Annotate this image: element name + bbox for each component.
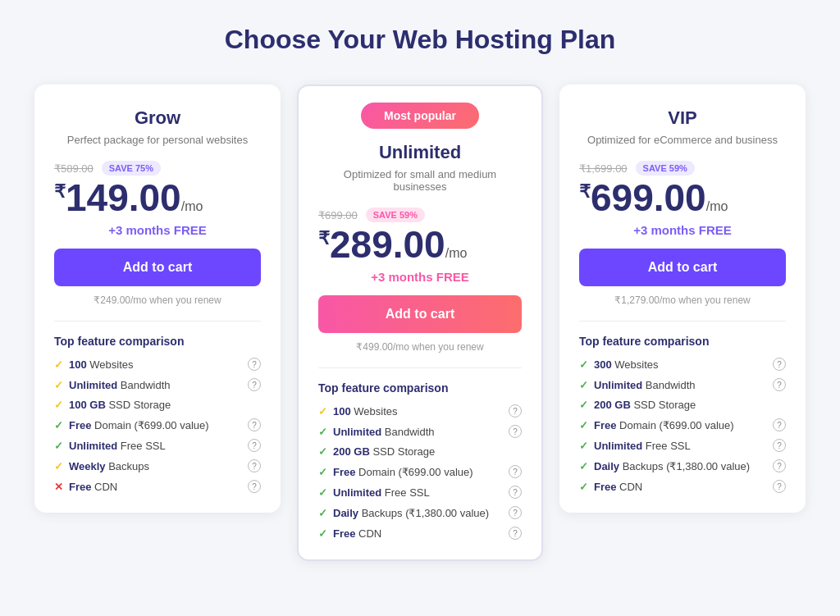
feature-item: ✓ Unlimited Bandwidth ? xyxy=(318,425,522,438)
check-icon: ✓ xyxy=(579,460,588,472)
feature-item: ✓ Unlimited Free SSL ? xyxy=(579,439,786,452)
feature-text: 200 GB SSD Storage xyxy=(333,445,435,458)
price-row-unlimited: ₹699.00 SAVE 59% xyxy=(318,208,522,222)
help-icon[interactable]: ? xyxy=(509,425,522,438)
feature-bold: 100 GB xyxy=(69,399,106,411)
feature-text: Free CDN xyxy=(594,481,642,493)
help-icon[interactable]: ? xyxy=(773,439,786,452)
help-icon[interactable]: ? xyxy=(248,459,261,472)
add-to-cart-button-grow[interactable]: Add to cart xyxy=(54,249,261,286)
feature-item: ✓ Free CDN ? xyxy=(579,480,786,493)
feature-text: Free Domain (₹699.00 value) xyxy=(594,419,734,431)
period: /mo xyxy=(181,199,203,213)
feature-bold: 100 xyxy=(333,405,351,418)
feature-text: 100 Websites xyxy=(69,358,134,371)
feature-text: 100 Websites xyxy=(333,405,398,418)
feature-left: ✓ Weekly Backups xyxy=(54,460,149,472)
feature-text: Unlimited Free SSL xyxy=(69,440,166,452)
feature-text: Daily Backups (₹1,380.00 value) xyxy=(333,507,489,519)
feature-item: ✓ 100 Websites ? xyxy=(54,358,261,371)
popular-badge: Most popular xyxy=(361,103,479,129)
help-icon[interactable]: ? xyxy=(773,459,786,472)
feature-item: ✓ Unlimited Bandwidth ? xyxy=(54,378,261,391)
check-icon: ✓ xyxy=(54,440,63,452)
plan-desc-unlimited: Optimized for small and medium businesse… xyxy=(318,168,522,193)
feature-bold: 200 GB xyxy=(333,445,370,458)
help-icon[interactable]: ? xyxy=(509,527,522,540)
feature-item: ✓ 100 GB SSD Storage xyxy=(54,399,261,411)
add-to-cart-button-unlimited[interactable]: Add to cart xyxy=(318,295,522,333)
feature-left: ✓ Unlimited Free SSL xyxy=(54,440,166,452)
feature-left: ✓ Free Domain (₹699.00 value) xyxy=(579,419,734,431)
check-icon: ✓ xyxy=(54,358,63,371)
feature-bold: Free xyxy=(69,419,91,431)
add-to-cart-button-vip[interactable]: Add to cart xyxy=(579,249,786,286)
help-icon[interactable]: ? xyxy=(773,418,786,431)
help-icon[interactable]: ? xyxy=(509,506,522,519)
divider xyxy=(318,367,522,368)
feature-text: Unlimited Bandwidth xyxy=(69,379,171,391)
feature-bold: 300 xyxy=(594,358,612,371)
main-price-vip: ₹699.00/mo xyxy=(579,179,786,217)
feature-left: ✓ Unlimited Bandwidth xyxy=(54,379,171,391)
save-badge-unlimited: SAVE 59% xyxy=(366,208,425,222)
price-row-grow: ₹589.00 SAVE 75% xyxy=(54,161,261,176)
check-icon: ✓ xyxy=(318,466,327,478)
feature-list-grow: ✓ 100 Websites ? ✓ Unlimited Bandwidth ?… xyxy=(54,358,261,493)
help-icon[interactable]: ? xyxy=(248,439,261,452)
feature-bold: Free xyxy=(333,527,355,540)
help-icon[interactable]: ? xyxy=(509,465,522,478)
plan-desc-grow: Perfect package for personal websites xyxy=(54,134,261,146)
feature-left: ✓ 200 GB SSD Storage xyxy=(579,399,696,411)
feature-item: ✓ Free Domain (₹699.00 value) ? xyxy=(318,465,522,478)
feature-list-unlimited: ✓ 100 Websites ? ✓ Unlimited Bandwidth ?… xyxy=(318,404,522,540)
plan-name-unlimited: Unlimited xyxy=(318,142,522,163)
check-icon: ✓ xyxy=(54,379,63,391)
help-icon[interactable]: ? xyxy=(248,418,261,431)
feature-bold: Unlimited xyxy=(594,379,642,391)
help-icon[interactable]: ? xyxy=(248,358,261,371)
help-icon[interactable]: ? xyxy=(509,486,522,499)
main-price-unlimited: ₹289.00/mo xyxy=(318,226,522,263)
feature-bold: 100 xyxy=(69,358,87,371)
feature-bold: Unlimited xyxy=(333,426,381,438)
plan-card-unlimited: Most popular UnlimitedOptimized for smal… xyxy=(297,84,543,561)
feature-text: Unlimited Free SSL xyxy=(594,440,691,452)
feature-left: ✕ Free CDN xyxy=(54,481,117,493)
feature-item: ✓ Daily Backups (₹1,380.00 value) ? xyxy=(318,506,522,519)
feature-text: Weekly Backups xyxy=(69,460,149,472)
page-title: Choose Your Web Hosting Plan xyxy=(225,25,615,55)
feature-left: ✓ Unlimited Free SSL xyxy=(579,440,691,452)
feature-bold: Unlimited xyxy=(69,440,117,452)
help-icon[interactable]: ? xyxy=(509,404,522,418)
help-icon[interactable]: ? xyxy=(248,480,261,493)
feature-bold: Free xyxy=(69,481,91,493)
divider xyxy=(54,321,261,322)
check-icon: ✓ xyxy=(579,399,588,411)
feature-text: Unlimited Bandwidth xyxy=(333,426,435,438)
check-icon: ✓ xyxy=(318,426,327,438)
help-icon[interactable]: ? xyxy=(248,378,261,391)
feature-left: ✓ 300 Websites xyxy=(579,358,659,371)
plans-container: GrowPerfect package for personal website… xyxy=(18,84,822,561)
feature-item: ✓ 300 Websites ? xyxy=(579,358,786,371)
check-icon: ✓ xyxy=(579,379,588,391)
check-icon: ✓ xyxy=(579,419,588,431)
plan-desc-vip: Optimized for eCommerce and business xyxy=(579,134,786,146)
feature-bold: 200 GB xyxy=(594,399,631,411)
feature-text: Free Domain (₹699.00 value) xyxy=(69,419,209,431)
feature-item: ✓ 200 GB SSD Storage xyxy=(318,445,522,458)
original-price-vip: ₹1,699.00 xyxy=(579,162,628,175)
help-icon[interactable]: ? xyxy=(773,358,786,371)
help-icon[interactable]: ? xyxy=(773,378,786,391)
help-icon[interactable]: ? xyxy=(773,480,786,493)
save-badge-grow: SAVE 75% xyxy=(102,161,161,176)
features-title-vip: Top feature comparison xyxy=(579,335,786,348)
renew-price-unlimited: ₹499.00/mo when you renew xyxy=(318,341,522,353)
feature-bold: Free xyxy=(594,481,616,493)
feature-text: 100 GB SSD Storage xyxy=(69,399,171,411)
check-icon: ✓ xyxy=(579,481,588,493)
feature-bold: Free xyxy=(594,419,616,431)
plan-name-grow: Grow xyxy=(54,107,261,129)
check-icon: ✓ xyxy=(579,358,588,371)
